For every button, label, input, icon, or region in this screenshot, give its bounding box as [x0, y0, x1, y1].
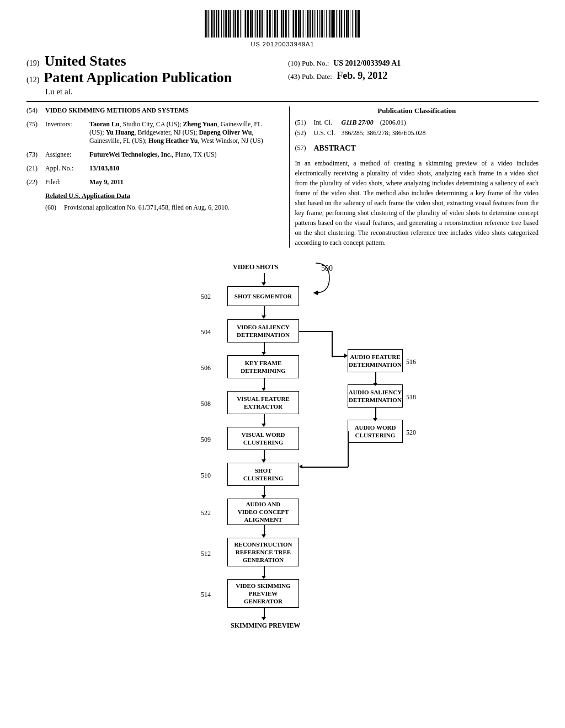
- svg-rect-17: [233, 10, 234, 38]
- flowchart-section: 500 VIDEO SHOTS SHOT SEGMENTOR 502 VIDEO…: [0, 248, 565, 645]
- fc-label-522: 522: [201, 509, 211, 517]
- svg-rect-67: [319, 10, 320, 38]
- fc-label-508: 508: [201, 400, 211, 408]
- svg-rect-58: [303, 10, 304, 38]
- svg-rect-84: [348, 10, 349, 38]
- main-content: (54) VIDEO SKIMMING METHODS AND SYSTEMS …: [0, 106, 565, 248]
- svg-rect-15: [230, 10, 231, 38]
- svg-rect-70: [324, 10, 324, 38]
- svg-rect-83: [346, 10, 348, 38]
- filed-field: (22) Filed: May 9, 2011: [26, 178, 270, 186]
- fc-box-504: VIDEO SALIENCYDETERMINATION: [227, 319, 299, 342]
- filed-num: (22): [26, 178, 45, 186]
- svg-rect-59: [306, 10, 306, 38]
- fc-skimming-preview-label: SKIMMING PREVIEW: [231, 622, 300, 630]
- svg-rect-56: [300, 10, 301, 38]
- svg-rect-39: [270, 10, 271, 38]
- svg-rect-43: [277, 10, 278, 38]
- svg-rect-4: [211, 10, 212, 38]
- country-name: United States: [45, 53, 126, 69]
- svg-rect-60: [307, 10, 308, 38]
- svg-rect-9: [220, 10, 220, 38]
- fc-box-512: RECONSTRUCTIONREFERENCE TREEGENERATION: [227, 538, 299, 566]
- inventors-num: (75): [26, 120, 45, 145]
- svg-rect-61: [308, 10, 310, 38]
- svg-rect-90: [358, 10, 360, 38]
- pub-no-label: (10) Pub. No.:: [288, 59, 329, 67]
- svg-rect-82: [344, 10, 345, 38]
- svg-rect-5: [212, 10, 214, 38]
- barcode-number: US 20120033949A1: [0, 41, 565, 47]
- svg-rect-3: [210, 10, 210, 38]
- barcode-section: US 20120033949A1: [0, 0, 565, 50]
- fc-box-522: AUDIO ANDVIDEO CONCEPTALIGNMENT: [227, 499, 299, 525]
- svg-rect-62: [310, 10, 311, 38]
- inventors-field: (75) Inventors: Taoran Lu, Studio City, …: [26, 120, 270, 145]
- barcode-image: [205, 10, 360, 38]
- int-cl-row: (51) Int. Cl. G11B 27/00 (2006.01): [295, 119, 539, 127]
- svg-rect-54: [296, 10, 297, 38]
- fc-arrowhead-1: [262, 282, 266, 286]
- fc-box-506: KEY FRAMEDETERMINING: [227, 355, 299, 378]
- inventors-label: Inventors:: [45, 120, 89, 145]
- related-title: Related U.S. Application Data: [45, 192, 270, 200]
- patent-type-row: (12) Patent Application Publication: [26, 69, 277, 86]
- fc-label-504: 504: [201, 328, 211, 336]
- appl-num: (21): [26, 164, 45, 173]
- abstract-title: ABSTRACT: [314, 144, 356, 153]
- svg-rect-66: [317, 10, 318, 38]
- appl-label: Appl. No.:: [45, 164, 89, 173]
- svg-rect-7: [216, 10, 217, 38]
- svg-rect-65: [316, 10, 316, 38]
- svg-rect-26: [248, 10, 249, 38]
- pub-classification-title: Publication Classification: [295, 106, 539, 115]
- fc-label-510: 510: [201, 472, 211, 480]
- svg-rect-81: [343, 10, 343, 38]
- related-num: (60): [45, 204, 64, 212]
- fc-box-520: AUDIO WORDCLUSTERING: [348, 420, 403, 443]
- svg-rect-0: [205, 10, 206, 38]
- title-field: (54) VIDEO SKIMMING METHODS AND SYSTEMS: [26, 106, 270, 115]
- svg-rect-12: [225, 10, 226, 38]
- related-value: Provisional application No. 61/371,458, …: [64, 204, 270, 212]
- svg-rect-68: [321, 10, 322, 38]
- svg-rect-41: [274, 10, 275, 38]
- svg-rect-79: [339, 10, 340, 38]
- pub-date: Feb. 9, 2012: [337, 70, 387, 81]
- fc-500-arrow: [294, 259, 338, 303]
- svg-rect-52: [293, 10, 294, 38]
- svg-rect-51: [292, 10, 292, 38]
- pub-no: US 2012/0033949 A1: [333, 59, 401, 67]
- svg-rect-20: [238, 10, 239, 38]
- int-cl-num: (51): [295, 119, 314, 127]
- svg-rect-45: [281, 10, 282, 38]
- svg-rect-6: [214, 10, 215, 38]
- svg-rect-11: [223, 10, 224, 38]
- svg-rect-24: [245, 10, 246, 38]
- fc-label-509: 509: [201, 436, 211, 444]
- pub-date-label: (43) Pub. Date:: [288, 72, 332, 81]
- fc-arrowhead-502-504: [262, 315, 266, 319]
- assignee-num: (73): [26, 151, 45, 159]
- left-column: (54) VIDEO SKIMMING METHODS AND SYSTEMS …: [26, 106, 276, 248]
- header-divider: [26, 101, 539, 102]
- assignee-field: (73) Assignee: FutureWei Technologies, I…: [26, 151, 270, 159]
- svg-rect-40: [273, 10, 273, 38]
- svg-rect-72: [328, 10, 328, 38]
- svg-rect-46: [282, 10, 284, 38]
- svg-rect-35: [264, 10, 264, 38]
- us-cl-num: (52): [295, 129, 314, 137]
- svg-rect-48: [286, 10, 287, 38]
- svg-rect-30: [255, 10, 256, 38]
- svg-rect-37: [267, 10, 268, 38]
- svg-rect-13: [226, 10, 227, 38]
- svg-rect-49: [288, 10, 289, 38]
- svg-rect-85: [350, 10, 350, 38]
- appl-value: 13/103,810: [89, 164, 270, 173]
- svg-rect-74: [331, 10, 332, 38]
- svg-rect-31: [257, 10, 258, 38]
- abstract-num: (57): [295, 144, 314, 156]
- fc-video-shots-label: VIDEO SHOTS: [233, 263, 278, 271]
- svg-rect-36: [266, 10, 266, 38]
- svg-rect-38: [269, 10, 270, 38]
